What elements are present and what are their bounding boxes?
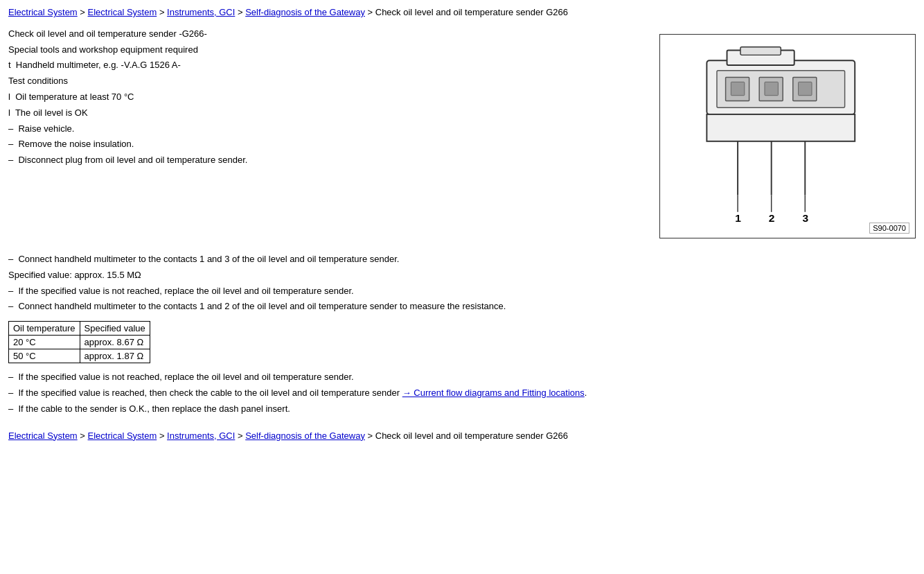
step-replace-2: – If the specified value is not reached,… <box>8 370 646 385</box>
table-cell-val-2: approx. 1.87 Ω <box>80 349 150 363</box>
test-condition-2: l The oil level is OK <box>8 106 646 121</box>
table-cell-temp-1: 20 °C <box>9 336 80 349</box>
svg-text:3: 3 <box>802 212 808 224</box>
specified-value-1: Specified value: approx. 15.5 MΩ <box>8 268 646 283</box>
table-header-value: Specified value <box>80 322 150 336</box>
step-connect-2: – Connect handheld multimeter to the con… <box>8 299 646 314</box>
table-header-temp: Oil temperature <box>9 322 80 336</box>
step-replace-dash: – If the cable to the sender is O.K., th… <box>8 402 646 417</box>
test-condition-1: l Oil temperature at least 70 °C <box>8 90 646 105</box>
breadcrumb-bottom: Electrical System > Electrical System > … <box>8 429 916 444</box>
svg-rect-8 <box>765 82 778 95</box>
step-check-cable: – If the specified value is reached, the… <box>8 386 646 401</box>
tool-item: t Handheld multimeter, e.g. -V.A.G 1526 … <box>8 58 646 73</box>
heading: Check oil level and oil temperature send… <box>8 27 646 42</box>
table-row: 50 °C approx. 1.87 Ω <box>9 349 150 363</box>
breadcrumb-bottom-link-electrical-1[interactable]: Electrical System <box>8 430 78 441</box>
breadcrumb-link-instruments[interactable]: Instruments, GCI <box>167 7 235 17</box>
step-disconnect: – Disconnect plug from oil level and oil… <box>8 153 646 168</box>
resistance-table: Oil temperature Specified value 20 °C ap… <box>8 321 150 363</box>
current-flow-link[interactable]: → Current flow diagrams and Fitting loca… <box>402 388 585 398</box>
breadcrumb-bottom-link-instruments[interactable]: Instruments, GCI <box>167 430 235 441</box>
breadcrumb-top: Electrical System > Electrical System > … <box>8 6 916 20</box>
special-tools-heading: Special tools and workshop equipment req… <box>8 43 646 58</box>
test-conditions-heading: Test conditions <box>8 74 646 89</box>
breadcrumb-link-electrical-1[interactable]: Electrical System <box>8 7 78 17</box>
svg-text:1: 1 <box>735 212 741 224</box>
svg-rect-2 <box>740 47 781 55</box>
step-replace-1: – If the specified value is not reached,… <box>8 284 646 299</box>
connector-diagram-area: 1 2 3 S90-0070 <box>659 34 916 238</box>
connector-svg: 1 2 3 <box>666 40 909 232</box>
svg-rect-7 <box>731 82 744 95</box>
svg-rect-9 <box>799 82 812 95</box>
breadcrumb-bottom-link-selfdiag[interactable]: Self-diagnosis of the Gateway <box>245 430 365 441</box>
table-row: 20 °C approx. 8.67 Ω <box>9 336 150 349</box>
svg-rect-10 <box>707 114 855 141</box>
breadcrumb-current: Check oil level and oil temperature send… <box>375 7 568 17</box>
breadcrumb-bottom-current: Check oil level and oil temperature send… <box>375 430 568 441</box>
breadcrumb-link-electrical-2[interactable]: Electrical System <box>88 7 157 17</box>
svg-text:2: 2 <box>769 212 775 224</box>
connector-diagram-box: 1 2 3 S90-0070 <box>659 34 916 238</box>
table-cell-temp-2: 50 °C <box>9 349 80 363</box>
breadcrumb-bottom-link-electrical-2[interactable]: Electrical System <box>88 430 157 441</box>
step-raise: – Raise vehicle. <box>8 122 646 137</box>
table-cell-val-1: approx. 8.67 Ω <box>80 336 150 349</box>
step-remove: – Remove the noise insulation. <box>8 137 646 152</box>
step-connect-1: – Connect handheld multimeter to the con… <box>8 252 646 267</box>
main-text-content: Check oil level and oil temperature send… <box>8 27 659 418</box>
breadcrumb-link-selfdiag[interactable]: Self-diagnosis of the Gateway <box>245 7 365 17</box>
diagram-label: S90-0070 <box>869 223 909 234</box>
